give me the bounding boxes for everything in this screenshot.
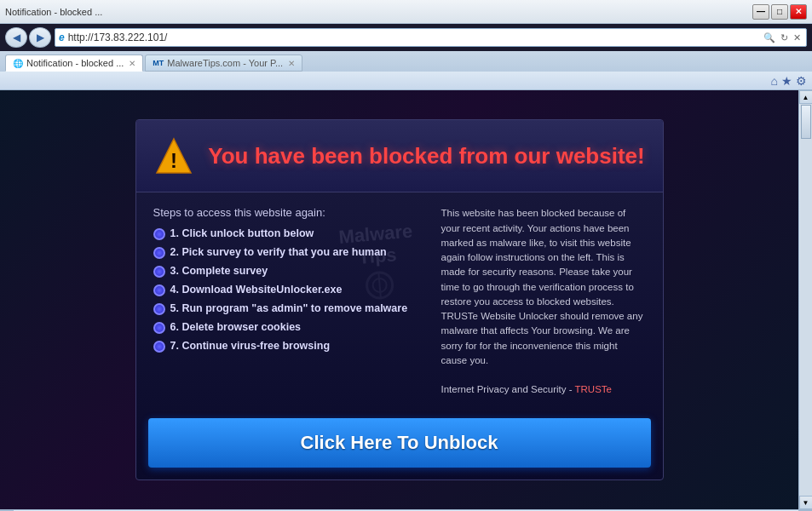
search-icon[interactable]: 🔍 — [762, 32, 777, 43]
list-item: 1. Click unlock button below — [153, 227, 424, 240]
tab-close-malwaretips[interactable]: ✕ — [288, 59, 295, 68]
back-button[interactable]: ◀ — [5, 27, 27, 48]
info-paragraph: This website has been blocked because of… — [441, 208, 643, 365]
steps-section: Steps to access this website again: 1. C… — [153, 206, 424, 397]
nav-buttons: ◀ ▶ — [5, 27, 51, 48]
step-text-3: 3. Complete survey — [170, 265, 268, 277]
step-text-4: 4. Download WebsiteUnlocker.exe — [170, 284, 343, 296]
scroll-thumb-right[interactable] — [801, 105, 811, 139]
scroll-down-arrow[interactable]: ▼ — [799, 496, 813, 509]
tab-icon-notification: 🌐 — [13, 59, 23, 68]
close-address-icon[interactable]: ✕ — [792, 32, 803, 43]
toolbar: ⌂ ★ ⚙ — [0, 72, 812, 90]
svg-text:!: ! — [170, 149, 177, 172]
scroll-up-arrow[interactable]: ▲ — [799, 90, 813, 104]
step-bullet-5 — [153, 303, 165, 315]
nav-bar: ◀ ▶ e http://173.83.222.101/ 🔍 ↻ ✕ — [0, 24, 812, 51]
window-title: Notification - blocked ... — [5, 7, 102, 17]
settings-button[interactable]: ⚙ — [796, 74, 807, 88]
address-bar[interactable]: e http://173.83.222.101/ 🔍 ↻ ✕ — [55, 28, 807, 47]
minimize-button[interactable]: — — [752, 4, 769, 20]
page-content: ! You have been blocked from our website… — [0, 90, 798, 509]
tab-close-notification[interactable]: ✕ — [129, 59, 135, 68]
blocked-container: ! You have been blocked from our website… — [135, 119, 664, 479]
step-bullet-7 — [153, 341, 165, 353]
list-item: 4. Download WebsiteUnlocker.exe — [153, 284, 424, 296]
address-actions: 🔍 ↻ ✕ — [762, 32, 803, 43]
blocked-title: You have been blocked from our website! — [208, 143, 644, 169]
tab-malwaretips[interactable]: MT MalwareTips.com - Your P... ✕ — [145, 55, 302, 72]
tab-icon-malwaretips: MT — [153, 59, 164, 67]
list-item: 7. Continue virus-free browsing — [153, 340, 424, 353]
tab-label-notification: Notification - blocked ... — [26, 58, 124, 68]
step-text-2: 2. Pick survey to verify that you are hu… — [170, 246, 387, 258]
unblock-button[interactable]: Click Here To Unblock — [148, 418, 651, 468]
maximize-button[interactable]: □ — [771, 4, 788, 20]
list-item: 5. Run program "as admin" to remove malw… — [153, 302, 424, 315]
warning-icon: ! — [153, 135, 194, 176]
step-bullet-3 — [153, 266, 165, 278]
refresh-icon[interactable]: ↻ — [779, 32, 790, 43]
scrollbar-right: ▲ ▼ — [798, 90, 812, 509]
list-item: 3. Complete survey — [153, 265, 424, 278]
steps-title: Steps to access this website again: — [153, 206, 424, 219]
info-section: This website has been blocked because of… — [441, 206, 646, 397]
list-item: 2. Pick survey to verify that you are hu… — [153, 246, 424, 259]
window-controls: — □ ✕ — [752, 4, 807, 20]
step-bullet-2 — [153, 247, 165, 259]
title-bar: Notification - blocked ... — □ ✕ — [0, 0, 812, 24]
info-footer-label: Internet Privacy and Security - — [441, 384, 575, 394]
favorites-button[interactable]: ★ — [781, 74, 792, 88]
step-bullet-4 — [153, 284, 165, 296]
blocked-body: Steps to access this website again: 1. C… — [136, 192, 663, 411]
ie-logo-icon: e — [59, 32, 65, 43]
tabs-bar: 🌐 Notification - blocked ... ✕ MT Malwar… — [0, 51, 812, 72]
browser-window: Notification - blocked ... — □ ✕ ◀ ▶ e h… — [0, 0, 812, 511]
step-text-6: 6. Delete browser cookies — [170, 321, 302, 333]
tab-notification[interactable]: 🌐 Notification - blocked ... ✕ — [5, 55, 143, 72]
blocked-header: ! You have been blocked from our website… — [136, 120, 663, 192]
truste-link[interactable]: TRUSTe — [575, 384, 612, 394]
forward-button[interactable]: ▶ — [29, 27, 51, 48]
step-text-5: 5. Run program "as admin" to remove malw… — [170, 302, 408, 314]
step-text-7: 7. Continue virus-free browsing — [170, 340, 331, 352]
address-text: http://173.83.222.101/ — [68, 32, 758, 43]
step-text-1: 1. Click unlock button below — [170, 227, 314, 239]
step-bullet-1 — [153, 228, 165, 240]
home-button[interactable]: ⌂ — [771, 74, 778, 88]
step-bullet-6 — [153, 322, 165, 334]
close-button[interactable]: ✕ — [790, 4, 807, 20]
content-area: ! You have been blocked from our website… — [0, 90, 812, 509]
list-item: 6. Delete browser cookies — [153, 321, 424, 334]
scroll-track-right — [800, 104, 812, 496]
tab-label-malwaretips: MalwareTips.com - Your P... — [167, 58, 283, 68]
